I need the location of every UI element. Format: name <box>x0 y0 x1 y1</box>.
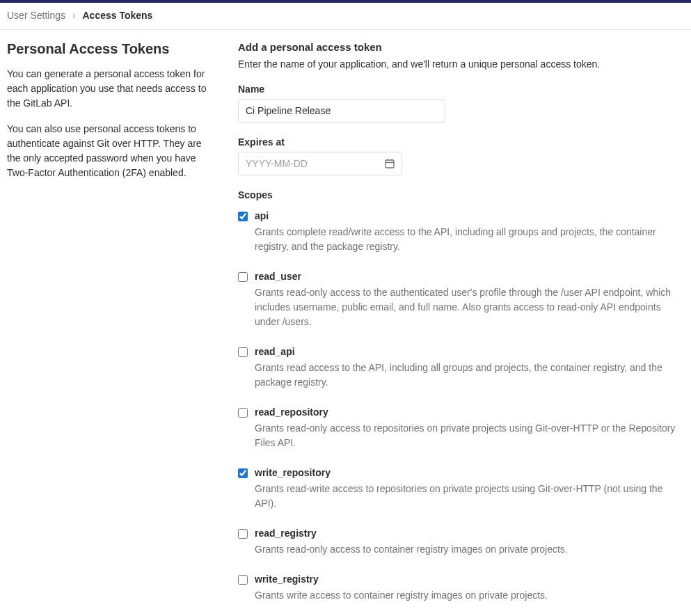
form-subtitle: Enter the name of your application, and … <box>238 58 684 70</box>
breadcrumb-parent[interactable]: User Settings <box>7 10 65 21</box>
scope-checkbox-read_repository[interactable] <box>238 408 248 418</box>
breadcrumb-current: Access Tokens <box>83 10 153 21</box>
scope-name[interactable]: read_registry <box>255 526 684 541</box>
scope-checkbox-write_registry[interactable] <box>238 575 248 585</box>
scope-description: Grants write access to container registr… <box>255 588 684 603</box>
name-input[interactable] <box>238 99 445 123</box>
scope-description: Grants read-only access to container reg… <box>255 542 684 557</box>
info-paragraph-1: You can generate a personal access token… <box>7 67 217 111</box>
scope-checkbox-read_registry[interactable] <box>238 529 248 539</box>
page-title: Personal Access Tokens <box>7 41 217 57</box>
scope-item-read_registry: read_registryGrants read-only access to … <box>238 526 684 557</box>
expires-input[interactable] <box>238 152 402 175</box>
info-panel: Personal Access Tokens You can generate … <box>7 41 217 616</box>
scope-description: Grants complete read/write access to the… <box>255 225 684 254</box>
scope-item-read_user: read_userGrants read-only access to the … <box>238 269 684 329</box>
scope-checkbox-write_repository[interactable] <box>238 468 248 478</box>
form-title: Add a personal access token <box>238 41 684 53</box>
token-form: Add a personal access token Enter the na… <box>238 41 684 616</box>
scopes-label: Scopes <box>238 189 684 200</box>
info-paragraph-2: You can also use personal access tokens … <box>7 122 217 180</box>
scope-description: Grants read-only access to repositories … <box>255 421 684 450</box>
scope-name[interactable]: api <box>255 209 684 223</box>
scope-name[interactable]: read_user <box>255 269 684 284</box>
scope-description: Grants read-only access to the authentic… <box>255 285 684 329</box>
scope-description: Grants read access to the API, including… <box>255 361 684 390</box>
scope-description: Grants read-write access to repositories… <box>255 482 684 511</box>
name-label: Name <box>238 84 684 95</box>
scope-item-write_registry: write_registryGrants write access to con… <box>238 572 684 603</box>
breadcrumb: User Settings › Access Tokens <box>0 3 691 30</box>
scope-name[interactable]: write_registry <box>255 572 684 587</box>
scope-checkbox-read_user[interactable] <box>238 272 248 282</box>
scope-name[interactable]: read_repository <box>255 405 684 420</box>
scope-checkbox-api[interactable] <box>238 212 248 221</box>
chevron-right-icon: › <box>72 10 76 21</box>
scope-item-read_repository: read_repositoryGrants read-only access t… <box>238 405 684 450</box>
scope-name[interactable]: read_api <box>255 345 684 359</box>
scope-item-read_api: read_apiGrants read access to the API, i… <box>238 345 684 390</box>
scope-item-write_repository: write_repositoryGrants read-write access… <box>238 466 684 511</box>
scope-name[interactable]: write_repository <box>255 466 684 480</box>
expires-label: Expires at <box>238 136 684 148</box>
scope-item-api: apiGrants complete read/write access to … <box>238 209 684 254</box>
scope-checkbox-read_api[interactable] <box>238 347 248 357</box>
